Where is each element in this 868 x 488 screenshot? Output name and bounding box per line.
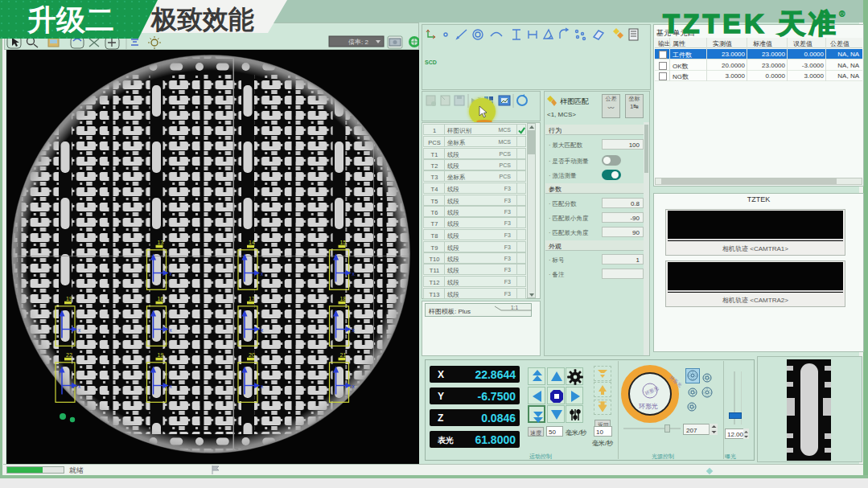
- svg-text:21: 21: [340, 352, 347, 358]
- svg-text:19: 19: [66, 296, 72, 301]
- svg-text:13: 13: [158, 240, 164, 245]
- svg-text:17: 17: [249, 296, 255, 301]
- svg-text:19: 19: [158, 352, 164, 358]
- svg-text:14: 14: [249, 240, 255, 245]
- svg-text:极致效能: 极致效能: [150, 5, 254, 34]
- svg-text:18: 18: [340, 296, 347, 301]
- svg-text:升级二: 升级二: [27, 3, 114, 36]
- svg-text:1:1: 1:1: [511, 305, 518, 310]
- svg-text:20: 20: [249, 352, 255, 358]
- svg-text:倍率: 2: 倍率: 2: [348, 39, 368, 46]
- svg-text:15: 15: [340, 240, 347, 245]
- svg-text:环形光: 环形光: [638, 403, 658, 410]
- svg-text:16: 16: [158, 296, 164, 301]
- svg-text:22: 22: [66, 352, 72, 358]
